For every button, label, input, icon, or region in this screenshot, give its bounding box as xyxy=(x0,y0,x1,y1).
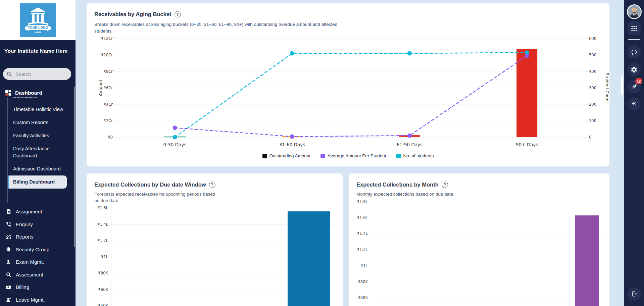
sidebar-item-daily-attendance-dashboard[interactable]: Daily Attendance Dashboard xyxy=(8,142,67,162)
y-tick-label: ₹1L xyxy=(349,263,368,268)
menu-label: Assessment xyxy=(16,272,43,277)
bar[interactable] xyxy=(288,211,330,306)
help-icon[interactable]: ? xyxy=(209,182,215,188)
logout-icon xyxy=(631,291,638,297)
apps-grid-icon xyxy=(631,25,637,32)
y-left-tick: ₹2Cr xyxy=(104,118,113,123)
bar[interactable] xyxy=(575,215,599,306)
point-Average Amount Per Student-90+ Days[interactable] xyxy=(525,54,529,58)
svg-text:YOUR LOGO: YOUR LOGO xyxy=(28,26,48,30)
sidebar-item-reports[interactable]: Reports xyxy=(0,231,76,243)
legend-average-amount-per-student[interactable]: Average Amount Per Student xyxy=(320,153,386,158)
y-left-tick: ₹8Cr xyxy=(104,69,113,74)
sidebar-search[interactable] xyxy=(3,68,71,80)
sidebar-item-exam-mgmt[interactable]: Exam Mgmt. xyxy=(0,256,76,268)
chat-button[interactable] xyxy=(628,45,641,59)
notification-badge: 12 xyxy=(635,78,642,84)
y-left-tick: ₹4Cr xyxy=(104,102,113,107)
gridline xyxy=(371,282,606,282)
legend-no-of-students[interactable]: No. of students xyxy=(396,153,434,158)
card-subtitle: Monthly expected collections based on du… xyxy=(356,191,531,197)
dashboard-grid-icon xyxy=(5,90,11,96)
y-tick-label: ₹1.6L xyxy=(349,215,368,220)
menu-label: Assignment xyxy=(16,209,42,214)
avatar[interactable] xyxy=(627,4,642,19)
logout-button[interactable] xyxy=(628,287,641,301)
x-category-label: 0-30 Days xyxy=(163,142,187,147)
menu-label: Leave Mgmt. xyxy=(16,297,45,303)
menu-label: Security Group xyxy=(16,247,49,252)
phone-icon xyxy=(5,221,12,227)
point-No. of students-0-30 Days[interactable] xyxy=(172,135,177,140)
card-expected-collections-by-due-date-window: Expected Collections by Due date Window … xyxy=(86,173,343,306)
card-receivables-by-aging-bucket: Receivables by Aging Bucket ? Breaks dow… xyxy=(86,3,610,167)
gridline xyxy=(371,234,606,234)
sidebar-item-timetable-holistic-view[interactable]: Timetable Holistic View xyxy=(8,103,67,116)
sidebar-menu: Assignment Enquiry Reports Security Grou… xyxy=(0,205,76,306)
chart-icon xyxy=(5,234,12,240)
card-title: Expected Collections by Month xyxy=(356,182,439,188)
gridline xyxy=(371,298,606,298)
sidebar-item-custom-reports[interactable]: Custom Reports xyxy=(8,116,67,129)
sidebar-item-enquiry[interactable]: Enquiry xyxy=(0,218,76,231)
menu-label: Billing xyxy=(16,284,29,290)
bar-90+ Days[interactable] xyxy=(516,49,537,137)
sidebar-item-billing[interactable]: Billing xyxy=(0,281,76,294)
y-tick-label: ₹1.8L xyxy=(349,199,368,204)
legend-outstanding-amount[interactable]: Outstanding Amount xyxy=(262,153,310,158)
sidebar-item-security-group[interactable]: Security Group xyxy=(0,243,76,256)
y-tick-label: ₹80K xyxy=(87,271,108,275)
sidebar-item-billing-dashboard[interactable]: Billing Dashboard xyxy=(7,175,67,189)
gridline xyxy=(111,208,338,208)
settings-button[interactable] xyxy=(628,63,641,76)
y-tick-label: ₹1.2L xyxy=(87,238,108,243)
gear-icon xyxy=(631,66,638,73)
gridline xyxy=(371,218,606,218)
y-tick-label: ₹60K xyxy=(349,295,368,300)
y-right-tick: 600 xyxy=(589,36,596,41)
sidebar-item-assignment[interactable]: Assignment xyxy=(0,205,76,218)
sidebar-item-admission-dashboard[interactable]: Admission Dashboard xyxy=(8,162,67,175)
point-Average Amount Per Student-0-30 Days[interactable] xyxy=(172,125,177,130)
sidebar-item-faculty-activities[interactable]: Faculty Activities xyxy=(8,129,67,142)
sidebar-section-dashboard[interactable]: Dashboard xyxy=(5,88,69,97)
point-No. of students-61-90 Days[interactable] xyxy=(407,51,412,56)
y-right-tick: 400 xyxy=(589,69,596,74)
help-icon[interactable]: ? xyxy=(442,182,448,188)
card-expected-collections-by-month: Expected Collections by Month ? Monthly … xyxy=(348,173,610,306)
rocket-button[interactable]: 12 xyxy=(628,80,641,93)
sidebar-section-label: Dashboard xyxy=(15,90,42,96)
aging-bucket-chart: ₹12Cr600₹10Cr500₹8Cr400₹6Cr300₹4Cr200₹2C… xyxy=(87,3,610,152)
point-Average Amount Per Student-31-60 Days[interactable] xyxy=(290,135,294,139)
card-title: Expected Collections by Due date Window xyxy=(94,182,206,188)
y-right-tick: 300 xyxy=(589,86,596,90)
y-tick-label: ₹80K xyxy=(349,279,368,284)
sidebar-item-assessment[interactable]: Assessment xyxy=(0,268,76,281)
x-category-label: 31-60 Days xyxy=(279,142,305,147)
point-No. of students-31-60 Days[interactable] xyxy=(290,51,294,56)
y-left-tick: ₹0 xyxy=(108,135,113,140)
point-Average Amount Per Student-61-90 Days[interactable] xyxy=(407,134,412,138)
y-axis-line xyxy=(111,204,111,306)
institute-logo-icon: YOUR LOGO HERE xyxy=(20,3,56,37)
sidebar-scrollbar[interactable] xyxy=(74,87,75,247)
y-right-tick: 500 xyxy=(589,53,596,57)
right-rail: 12 xyxy=(624,0,644,306)
sparkles-icon xyxy=(631,101,638,107)
institute-name: Your Institute Name Here xyxy=(4,48,71,54)
rocket-icon xyxy=(631,83,638,90)
chart-legend: Outstanding Amount Average Amount Per St… xyxy=(87,153,609,158)
apps-grid-button[interactable] xyxy=(628,21,641,35)
svg-text:HERE: HERE xyxy=(35,31,41,34)
y-left-tick: ₹10Cr xyxy=(101,53,113,57)
search-icon xyxy=(5,271,12,278)
cash-icon xyxy=(5,284,12,291)
search-input[interactable] xyxy=(15,71,65,77)
sidebar-item-leave-mgmt[interactable]: Leave Mgmt. xyxy=(0,294,76,306)
sparkles-button[interactable] xyxy=(628,97,641,111)
legend-swatch xyxy=(396,154,401,158)
main-scrollbar[interactable] xyxy=(621,76,623,95)
y-tick-label: ₹1.4L xyxy=(87,222,108,227)
y-right-tick: 100 xyxy=(589,118,596,123)
y-tick-label: ₹40K xyxy=(87,303,108,306)
